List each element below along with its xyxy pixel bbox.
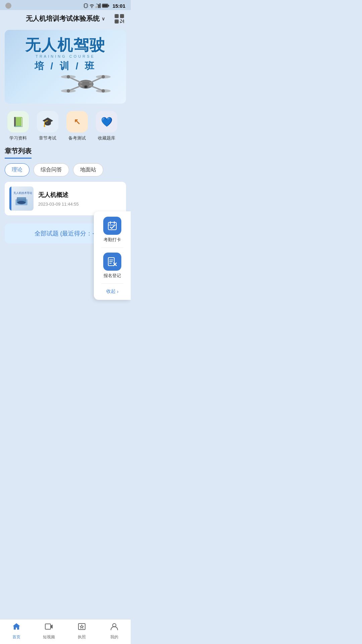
book-cover: 无人机技术导论	[9, 186, 34, 211]
tabbar-home[interactable]: 首页	[0, 622, 33, 640]
tab-theory[interactable]: 理论	[5, 163, 29, 176]
tab-comprehensive[interactable]: 综合问答	[34, 163, 69, 176]
attendance-icon	[103, 217, 121, 235]
banner-title-cn: 无人机驾驶	[25, 37, 106, 54]
svg-rect-14	[108, 5, 109, 7]
svg-rect-58	[45, 624, 51, 629]
svg-marker-61	[80, 625, 83, 628]
status-time: 15:01	[113, 3, 125, 9]
header-title[interactable]: 无人机培训考试体验系统 ∨	[26, 14, 105, 23]
register-icon	[103, 253, 121, 271]
chapter-item[interactable]: 无人机技术导论 无人机概述 2023-03-09 11:44:55	[5, 182, 126, 215]
drone-illustration	[52, 60, 119, 104]
svg-rect-21	[116, 20, 118, 22]
chapter-tabs: 理论 综合问答 地面站	[5, 163, 126, 176]
svg-rect-45	[108, 222, 116, 230]
chapter-section: 章节列表 理论 综合问答 地面站 无人机技术导论 无人机概述 2023-03-0…	[5, 147, 126, 215]
svg-rect-19	[116, 15, 118, 17]
header: 无人机培训考试体验系统 ∨	[0, 10, 131, 27]
battery-icon	[102, 4, 109, 8]
register-label: 报名登记	[104, 273, 121, 279]
panel-divider	[101, 248, 123, 248]
svg-point-57	[17, 201, 25, 204]
dropdown-chevron-icon[interactable]: ∨	[102, 16, 105, 21]
status-bar: 15:01	[0, 0, 131, 10]
svg-rect-8	[97, 5, 98, 8]
chapter-title: 无人机概述	[38, 191, 121, 199]
tabbar-video-label: 短视频	[43, 634, 55, 640]
svg-point-41	[67, 75, 70, 78]
attendance-label: 考勤打卡	[104, 237, 121, 243]
chapter-date: 2023-03-09 11:44:55	[38, 202, 121, 207]
menu-label-favorites: 收藏题库	[98, 135, 115, 141]
panel-divider-2	[101, 283, 123, 284]
home-icon	[12, 622, 21, 633]
svg-rect-15	[102, 4, 108, 7]
banner: 无人机驾驶 TRAINING COURSE 培 / 训 / 班	[5, 30, 126, 104]
svg-rect-0	[84, 4, 87, 8]
wifi-icon	[89, 3, 95, 8]
exam-icon: 🎓	[37, 111, 58, 132]
menu-item-favorites[interactable]: 💙 收藏题库	[93, 111, 120, 141]
menu-label-exam: 章节考试	[39, 135, 56, 141]
chapter-thumb: 无人机技术导论	[9, 186, 34, 211]
chapter-info: 无人机概述 2023-03-09 11:44:55	[38, 191, 121, 207]
menu-item-study[interactable]: 📗 学习资料	[5, 111, 32, 141]
svg-point-32	[85, 86, 87, 88]
banner-title-en: TRAINING COURSE	[36, 54, 95, 58]
register-button[interactable]: 报名登记	[103, 253, 121, 279]
study-icon: 📗	[7, 111, 29, 132]
status-dot	[5, 3, 11, 9]
qr-scan-button[interactable]	[113, 13, 125, 25]
collapse-arrow-icon: ›	[117, 289, 119, 294]
status-icons	[83, 3, 109, 8]
attendance-button[interactable]: 考勤打卡	[103, 217, 121, 243]
book-spine	[9, 186, 11, 211]
vibrate-icon	[83, 3, 88, 8]
menu-label-practice: 备考测试	[68, 135, 86, 141]
video-icon	[45, 622, 53, 633]
person-icon	[110, 622, 119, 633]
collapse-label: 收起	[106, 288, 116, 294]
svg-point-43	[67, 89, 70, 93]
tabbar-mine-label: 我的	[110, 634, 118, 640]
svg-rect-20	[121, 15, 123, 17]
tabbar-license[interactable]: 执照	[65, 622, 98, 640]
tabbar-mine[interactable]: 我的	[98, 622, 131, 640]
tab-ground[interactable]: 地面站	[73, 163, 103, 176]
favorites-icon: 💙	[96, 111, 117, 132]
menu-item-practice[interactable]: ↖ 备考测试	[64, 111, 90, 141]
status-right: 15:01	[83, 3, 125, 9]
svg-rect-7	[96, 6, 97, 8]
svg-point-42	[102, 75, 105, 78]
license-icon	[77, 622, 86, 633]
tabbar-home-label: 首页	[12, 634, 20, 640]
section-title: 章节列表	[5, 147, 32, 159]
menu-label-study: 学习资料	[9, 135, 27, 141]
svg-point-44	[102, 89, 105, 93]
collapse-button[interactable]: 收起 ›	[106, 288, 119, 294]
menu-row: 📗 学习资料 🎓 章节考试 ↖ 备考测试 💙 收藏题库	[0, 108, 131, 144]
tabbar-video[interactable]: 短视频	[33, 622, 66, 640]
tabbar-license-label: 执照	[78, 634, 86, 640]
signal-icon	[96, 3, 101, 8]
practice-icon: ↖	[66, 111, 88, 132]
menu-item-exam[interactable]: 🎓 章节考试	[34, 111, 61, 141]
tab-bar: 首页 短视频 执照 我的	[0, 619, 131, 644]
expand-panel: 考勤打卡 报名登记 收起 ›	[94, 211, 131, 300]
